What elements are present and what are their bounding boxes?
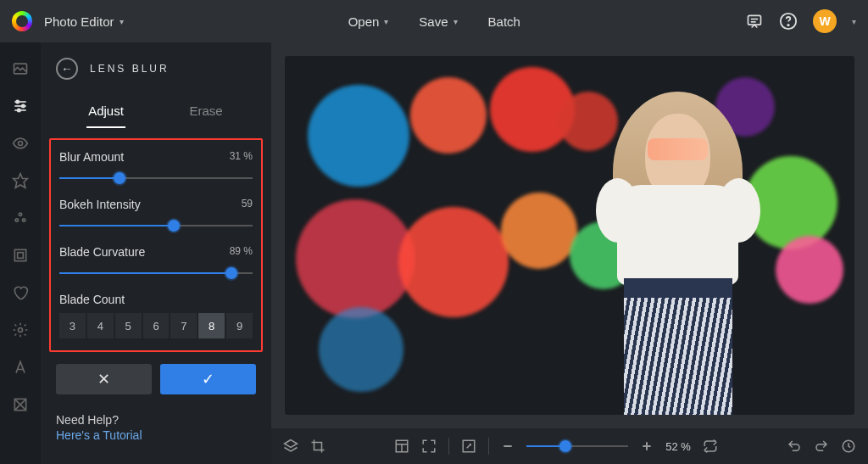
sliders-tool-icon[interactable] (11, 97, 30, 115)
save-menu[interactable]: Save▾ (419, 14, 457, 29)
group-tool-icon[interactable] (11, 209, 30, 227)
save-label: Save (419, 14, 448, 29)
app-title-label: Photo Editor (44, 14, 114, 29)
toolstrip (0, 42, 41, 464)
apply-button[interactable]: ✓ (160, 364, 256, 394)
blade-curvature-label: Blade Curvature (59, 245, 145, 259)
back-button[interactable]: ← (56, 58, 78, 80)
svg-point-16 (23, 219, 25, 221)
batch-label: Batch (488, 14, 520, 29)
bokeh-intensity-label: Bokeh Intensity (59, 198, 141, 211)
check-icon: ✓ (202, 370, 214, 389)
bokeh-intensity-slider[interactable] (59, 220, 253, 232)
chevron-down-icon: ▾ (453, 17, 458, 26)
eye-tool-icon[interactable] (11, 134, 30, 153)
chevron-down-icon: ▾ (384, 17, 388, 26)
open-label: Open (348, 14, 380, 29)
bottom-bar: 52 % (271, 428, 868, 464)
divider (448, 438, 449, 455)
blade-count-5[interactable]: 5 (115, 313, 142, 338)
repeat-icon[interactable] (703, 439, 718, 454)
app-title-dropdown[interactable]: Photo Editor ▾ (44, 14, 124, 29)
chevron-down-icon: ▾ (120, 17, 124, 26)
controls-highlight-box: Blur Amount31 % Bokeh Intensity59 Blade … (49, 138, 263, 352)
tutorial-link[interactable]: Here's a Tutorial (56, 428, 142, 442)
divider (488, 438, 489, 455)
svg-marker-23 (285, 440, 298, 448)
zoom-slider[interactable] (526, 440, 628, 452)
svg-point-4 (787, 25, 788, 25)
frame-tool-icon[interactable] (11, 246, 30, 265)
blade-count-9[interactable]: 9 (226, 313, 253, 338)
undo-icon[interactable] (787, 439, 802, 454)
edited-image (285, 56, 854, 415)
blade-curvature-value: 89 % (230, 245, 253, 259)
blade-count-segments: 3 4 5 6 7 8 9 (59, 313, 253, 338)
layout-icon[interactable] (394, 439, 409, 454)
redo-icon[interactable] (814, 439, 829, 454)
blade-count-6[interactable]: 6 (143, 313, 170, 338)
blur-amount-value: 31 % (230, 150, 253, 164)
zoom-out-icon[interactable] (501, 439, 515, 453)
tab-adjust[interactable]: Adjust (56, 93, 156, 128)
blade-count-4[interactable]: 4 (87, 313, 114, 338)
text-tool-icon[interactable] (11, 358, 30, 377)
crop-icon[interactable] (310, 439, 326, 454)
blade-count-control: Blade Count 3 4 5 6 7 8 9 (59, 293, 253, 338)
avatar-initial: W (819, 14, 830, 28)
avatar[interactable]: W (813, 9, 837, 33)
blade-count-3[interactable]: 3 (59, 313, 86, 338)
bokeh-intensity-value: 59 (242, 198, 253, 211)
texture-tool-icon[interactable] (11, 395, 30, 414)
close-icon: ✕ (97, 370, 110, 389)
expand-icon[interactable] (461, 439, 476, 454)
heart-tool-icon[interactable] (11, 283, 30, 302)
layers-icon[interactable] (283, 439, 298, 454)
open-menu[interactable]: Open▾ (348, 14, 389, 29)
svg-point-11 (18, 109, 20, 111)
blade-curvature-slider[interactable] (59, 267, 253, 279)
chevron-down-icon[interactable]: ▾ (852, 17, 856, 26)
help-icon[interactable] (779, 12, 798, 31)
image-tool-icon[interactable] (11, 59, 30, 78)
bokeh-intensity-control: Bokeh Intensity59 (59, 198, 253, 232)
gear-tool-icon[interactable] (11, 321, 30, 339)
svg-rect-18 (18, 253, 24, 259)
cancel-button[interactable]: ✕ (56, 364, 152, 394)
svg-point-12 (19, 142, 23, 146)
chat-icon[interactable] (745, 12, 764, 31)
blur-amount-label: Blur Amount (59, 150, 124, 164)
blade-count-label: Blade Count (59, 293, 125, 306)
blur-amount-slider[interactable] (59, 172, 253, 184)
svg-point-9 (16, 100, 19, 103)
app-logo (12, 11, 32, 31)
svg-marker-13 (14, 174, 28, 188)
svg-point-15 (15, 219, 18, 221)
blade-count-7[interactable]: 7 (170, 313, 197, 338)
blur-amount-control: Blur Amount31 % (59, 150, 253, 184)
help-question: Need Help? (56, 413, 256, 427)
side-panel: ← LENS BLUR Adjust Erase Blur Amount31 %… (41, 42, 271, 464)
star-tool-icon[interactable] (11, 171, 30, 190)
canvas[interactable] (271, 42, 868, 428)
svg-point-14 (19, 213, 21, 215)
tab-erase[interactable]: Erase (156, 93, 256, 128)
svg-rect-0 (748, 15, 761, 25)
blade-curvature-control: Blade Curvature89 % (59, 245, 253, 279)
panel-title: LENS BLUR (90, 63, 170, 75)
history-icon[interactable] (841, 439, 856, 454)
fit-icon[interactable] (421, 439, 437, 454)
svg-point-10 (22, 104, 25, 107)
zoom-value: 52 % (665, 440, 691, 453)
blade-count-8[interactable]: 8 (198, 313, 225, 338)
batch-button[interactable]: Batch (488, 14, 520, 29)
svg-point-19 (19, 328, 23, 333)
zoom-in-icon[interactable] (640, 439, 654, 453)
svg-rect-17 (14, 249, 25, 260)
